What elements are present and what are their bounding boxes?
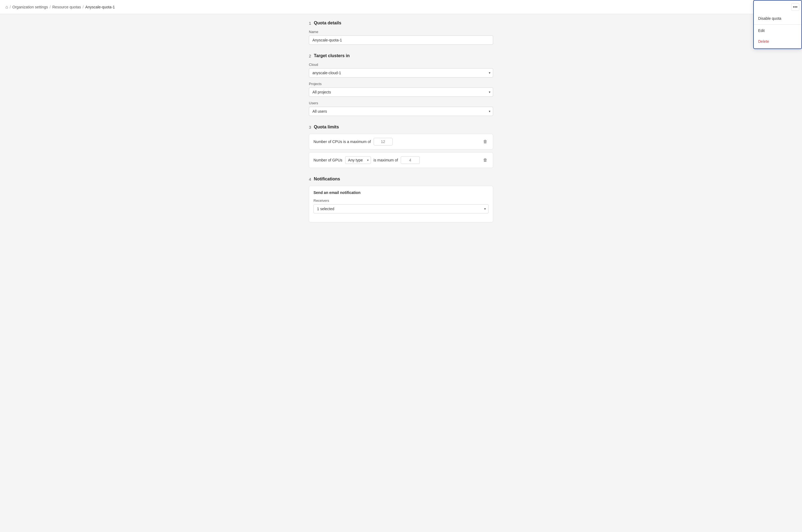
section-label-notifications: Notifications xyxy=(314,177,340,182)
projects-select[interactable]: All projects xyxy=(309,88,493,97)
delete-item[interactable]: Delete xyxy=(754,36,801,47)
cpu-max-input[interactable] xyxy=(374,138,393,146)
cpu-row-label: Number of CPUs is a maximum of xyxy=(314,139,371,144)
breadcrumb-current: Anyscale-quota-1 xyxy=(85,5,115,9)
cpu-quota-row: Number of CPUs is a maximum of 🗑 xyxy=(309,134,493,150)
gpu-quota-row: Number of GPUs Any type ▾ is maximum of … xyxy=(309,152,493,168)
edit-item[interactable]: Edit xyxy=(754,25,801,36)
cloud-select[interactable]: anyscale-cloud-1 xyxy=(309,68,493,77)
menu-divider xyxy=(754,24,801,25)
name-field-group: Name xyxy=(309,30,493,45)
section-label-target-clusters: Target clusters in xyxy=(314,53,350,58)
gpu-type-select-wrapper: Any type ▾ xyxy=(345,156,371,164)
page-wrapper: ⌂ / Organization settings / Resource quo… xyxy=(0,0,802,532)
receivers-label: Receivers xyxy=(314,198,488,203)
cpu-delete-button[interactable]: 🗑 xyxy=(482,138,488,145)
breadcrumb-sep-1: / xyxy=(10,5,11,9)
gpu-type-select[interactable]: Any type xyxy=(345,156,371,164)
receivers-select[interactable]: 1 selected xyxy=(314,204,488,213)
users-select[interactable]: All users xyxy=(309,107,493,116)
cloud-label: Cloud xyxy=(309,62,493,66)
disable-quota-item[interactable]: Disable quota xyxy=(754,13,801,24)
section-notifications: 4 Notifications Send an email notificati… xyxy=(309,177,493,222)
breadcrumb-resource-quotas[interactable]: Resource quotas xyxy=(52,5,81,9)
trash-icon-cpu: 🗑 xyxy=(483,139,487,144)
section-title-notifications: 4 Notifications xyxy=(309,177,493,182)
section-number-1: 1 xyxy=(309,21,311,25)
name-label: Name xyxy=(309,30,493,34)
email-section: Send an email notification Receivers 1 s… xyxy=(309,186,493,222)
section-number-4: 4 xyxy=(309,177,311,182)
section-quota-limits: 3 Quota limits Number of CPUs is a maxim… xyxy=(309,125,493,168)
projects-field-group: Projects All projects ▾ xyxy=(309,82,493,97)
menu-top-row: ••• xyxy=(754,2,801,13)
gpu-delete-button[interactable]: 🗑 xyxy=(482,156,488,164)
section-title-quota-details: 1 Quota details xyxy=(309,21,493,25)
breadcrumb-org-settings[interactable]: Organization settings xyxy=(13,5,48,9)
users-select-wrapper: All users ▾ xyxy=(309,107,493,116)
main-content: 1 Quota details Name 2 Target clusters i… xyxy=(303,14,499,238)
users-field-group: Users All users ▾ xyxy=(309,101,493,116)
projects-select-wrapper: All projects ▾ xyxy=(309,88,493,97)
trash-icon-gpu: 🗑 xyxy=(483,158,487,162)
users-label: Users xyxy=(309,101,493,105)
cloud-field-group: Cloud anyscale-cloud-1 ▾ xyxy=(309,62,493,77)
cloud-select-wrapper: anyscale-cloud-1 ▾ xyxy=(309,68,493,77)
gpu-max-input[interactable] xyxy=(401,156,420,164)
section-label-quota-details: Quota details xyxy=(314,21,341,25)
breadcrumb-sep-3: / xyxy=(82,5,84,9)
name-input[interactable] xyxy=(309,36,493,45)
section-label-quota-limits: Quota limits xyxy=(314,125,339,130)
section-target-clusters: 2 Target clusters in Cloud anyscale-clou… xyxy=(309,53,493,116)
gpu-row-label: Number of GPUs xyxy=(314,158,342,162)
top-bar: ⌂ / Organization settings / Resource quo… xyxy=(0,0,802,14)
section-title-target-clusters: 2 Target clusters in xyxy=(309,53,493,58)
receivers-select-wrapper: 1 selected ▾ xyxy=(314,204,488,213)
projects-label: Projects xyxy=(309,82,493,86)
section-number-2: 2 xyxy=(309,54,311,58)
section-quota-details: 1 Quota details Name xyxy=(309,21,493,45)
email-section-title: Send an email notification xyxy=(314,190,488,195)
header-right: ••• Disable quota Edit Delete ⊞ ☰ S xyxy=(766,3,797,12)
section-title-quota-limits: 3 Quota limits xyxy=(309,125,493,130)
section-number-3: 3 xyxy=(309,125,311,130)
dropdown-menu-panel: ••• Disable quota Edit Delete xyxy=(753,0,802,49)
home-icon[interactable]: ⌂ xyxy=(5,5,8,10)
three-dots-button[interactable]: ••• xyxy=(791,3,799,11)
receivers-field-group: Receivers 1 selected ▾ xyxy=(314,198,488,213)
gpu-middle-label: is maximum of xyxy=(374,158,398,162)
breadcrumb-sep-2: / xyxy=(50,5,51,9)
breadcrumb: ⌂ / Organization settings / Resource quo… xyxy=(5,5,115,10)
